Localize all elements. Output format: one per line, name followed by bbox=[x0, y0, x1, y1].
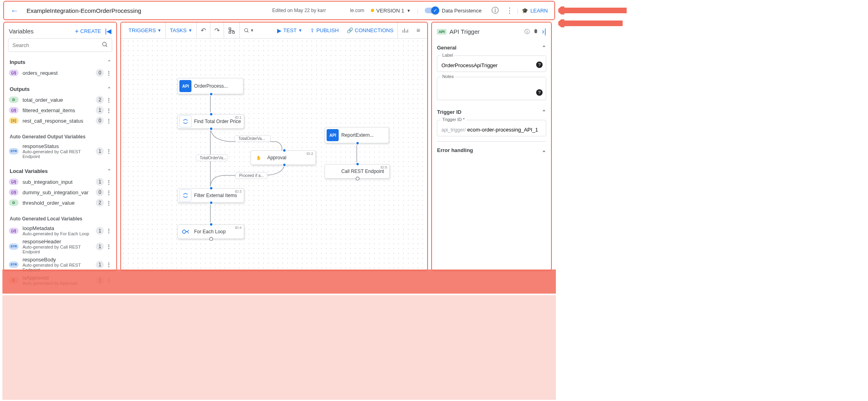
field-help-icon[interactable]: ? bbox=[536, 89, 543, 96]
label-input[interactable] bbox=[441, 62, 534, 68]
version-selector[interactable]: VERSION 1 ▼ bbox=[371, 8, 411, 14]
node-id: ID:2 bbox=[306, 152, 313, 156]
node-approval[interactable]: ✋ Approval ID:2 bbox=[251, 150, 316, 165]
triggerid-prefix: api_trigger/ bbox=[441, 127, 465, 133]
variables-title: Variables bbox=[9, 28, 33, 35]
variable-row[interactable]: STRresponseHeaderAuto-generated by Call … bbox=[7, 237, 113, 255]
row-overflow-icon[interactable]: ⋮ bbox=[106, 261, 111, 267]
node-filter-items[interactable]: Filter External Items ID:3 bbox=[177, 188, 244, 203]
data-persistence-toggle[interactable]: ✓ Data Persistence bbox=[425, 8, 481, 14]
variable-row[interactable]: {J}orders_request0⋮ bbox=[7, 68, 113, 78]
collapse-panel-icon[interactable]: ▶| bbox=[105, 27, 111, 35]
api-icon: API bbox=[327, 129, 339, 141]
triggerid-section[interactable]: Trigger ID⌃ bbox=[437, 105, 546, 115]
node-rest[interactable]: REST Call REST Endpoint ID:5 bbox=[325, 164, 390, 179]
learn-button[interactable]: 🎓 LEARN bbox=[522, 8, 548, 14]
variable-name: filtered_external_items bbox=[23, 107, 96, 113]
analytics-icon[interactable] bbox=[398, 23, 412, 39]
publish-button[interactable]: ⇪PUBLISH bbox=[306, 23, 343, 39]
field-help-icon[interactable]: ? bbox=[536, 62, 543, 68]
data-persistence-label: Data Persistence bbox=[442, 8, 481, 14]
row-overflow-icon[interactable]: ⋮ bbox=[106, 243, 111, 249]
usage-count: 1 bbox=[96, 178, 104, 186]
variable-name: responseHeader bbox=[23, 239, 96, 245]
edge-label-2[interactable]: TotalOrderVa... bbox=[196, 154, 228, 161]
variable-row[interactable]: {J}loopMetadataAuto-generated by For Eac… bbox=[7, 224, 113, 237]
variable-row[interactable]: Dtotal_order_value2⋮ bbox=[7, 95, 113, 105]
outputs-section-head[interactable]: Outputs⌃ bbox=[4, 82, 116, 95]
auto-local-subhead: Auto Generated Local Variables bbox=[4, 212, 116, 224]
row-overflow-icon[interactable]: ⋮ bbox=[106, 118, 111, 124]
variable-row[interactable]: {J}filtered_external_items1⋮ bbox=[7, 105, 113, 115]
search-input[interactable] bbox=[8, 38, 112, 52]
field-label: Notes bbox=[440, 74, 455, 79]
node-report-extern[interactable]: API ReportExtern... bbox=[325, 127, 389, 143]
triggerid-field[interactable]: Trigger ID * api_trigger/ bbox=[437, 120, 546, 136]
help-icon[interactable]: ⓘ bbox=[525, 28, 530, 35]
node-label: Approval bbox=[266, 155, 290, 160]
undo-icon[interactable]: ↶ bbox=[197, 23, 210, 39]
row-overflow-icon[interactable]: ⋮ bbox=[106, 70, 111, 76]
node-find-total[interactable]: Find Total Order Price ID:1 bbox=[177, 114, 244, 129]
delete-icon[interactable] bbox=[533, 28, 539, 35]
row-overflow-icon[interactable]: ⋮ bbox=[106, 189, 111, 195]
row-overflow-icon[interactable]: ⋮ bbox=[106, 179, 111, 185]
info-icon[interactable]: ⓘ bbox=[488, 6, 502, 15]
row-overflow-icon[interactable]: ⋮ bbox=[106, 148, 111, 154]
learn-icon: 🎓 bbox=[522, 8, 528, 14]
triggerid-section-label: Trigger ID bbox=[437, 109, 461, 115]
close-panel-icon[interactable]: ›| bbox=[542, 27, 546, 36]
error-section[interactable]: Error handling⌄ bbox=[437, 141, 546, 153]
local-section-head[interactable]: Local Variables⌃ bbox=[4, 164, 116, 177]
usage-count: 0 bbox=[96, 117, 104, 125]
triggerid-input[interactable] bbox=[467, 127, 542, 133]
integration-title: ExampleIntegration-EcomOrderProcessing bbox=[27, 7, 272, 14]
row-overflow-icon[interactable]: ⋮ bbox=[106, 228, 111, 234]
edge-label-3[interactable]: Proceed if a... bbox=[235, 172, 267, 179]
general-label: General bbox=[437, 45, 456, 51]
zoom-menu[interactable]: ▼ bbox=[240, 23, 258, 39]
inputs-label: Inputs bbox=[10, 59, 25, 65]
node-api-trigger[interactable]: API OrderProcess... bbox=[177, 78, 243, 94]
variable-row[interactable]: {J}sub_integration_input1⋮ bbox=[7, 177, 113, 187]
edge-label-1[interactable]: TotalOrderVa... bbox=[234, 135, 271, 142]
create-variable-button[interactable]: +CREATE bbox=[75, 28, 101, 35]
variable-row[interactable]: Dthreshold_order_value2⋮ bbox=[7, 197, 113, 208]
usage-count: 1 bbox=[96, 106, 104, 114]
variable-name: responseStatus bbox=[23, 143, 96, 149]
usage-count: 2 bbox=[96, 199, 104, 207]
variable-name: dummy_sub_integration_var bbox=[23, 189, 96, 195]
local-label: Local Variables bbox=[10, 168, 48, 174]
notes-input[interactable] bbox=[441, 84, 534, 96]
canvas-panel: TRIGGERS▼ TASKS▼ ↶ ↷ ▼ ▶TEST▼ ⇪PUBLISH 🔗… bbox=[120, 22, 428, 271]
variable-row[interactable]: STRresponseStatusAuto-generated by Call … bbox=[7, 142, 113, 160]
type-badge: D bbox=[9, 97, 19, 103]
search-icon bbox=[102, 41, 108, 49]
row-overflow-icon[interactable]: ⋮ bbox=[106, 97, 111, 103]
label-field[interactable]: Label ? bbox=[437, 56, 546, 72]
row-overflow-icon[interactable]: ⋮ bbox=[106, 200, 111, 206]
tasks-menu[interactable]: TASKS▼ bbox=[166, 23, 197, 39]
overflow-menu-icon[interactable]: ⋮ bbox=[502, 6, 517, 15]
triggers-menu[interactable]: TRIGGERS▼ bbox=[124, 23, 166, 39]
notes-field[interactable]: Notes ? bbox=[437, 77, 546, 100]
variable-row[interactable]: [S]rest_call_response_status0⋮ bbox=[7, 115, 113, 126]
redo-icon[interactable]: ↷ bbox=[210, 23, 224, 39]
layout-icon[interactable] bbox=[224, 23, 240, 39]
domain-text: le.com bbox=[350, 8, 364, 13]
row-overflow-icon[interactable]: ⋮ bbox=[106, 107, 111, 113]
variables-search[interactable] bbox=[8, 38, 112, 52]
node-foreach[interactable]: For Each Loop ID:4 bbox=[177, 224, 244, 239]
variable-row[interactable]: {J}dummy_sub_integration_var0⋮ bbox=[7, 187, 113, 197]
canvas[interactable]: API OrderProcess... Find Total Order Pri… bbox=[121, 39, 427, 270]
variable-subtext: Auto-generated by For Each Loop bbox=[23, 231, 96, 236]
general-section[interactable]: General⌃ bbox=[437, 41, 546, 51]
logs-icon[interactable]: ≡ bbox=[412, 23, 424, 39]
test-button[interactable]: ▶TEST▼ bbox=[273, 23, 306, 39]
svg-line-6 bbox=[247, 31, 249, 32]
svg-point-0 bbox=[103, 42, 106, 46]
back-arrow-icon[interactable]: ← bbox=[10, 6, 19, 15]
svg-rect-3 bbox=[232, 31, 234, 33]
inputs-section-head[interactable]: Inputs⌃ bbox=[4, 55, 116, 68]
connections-button[interactable]: 🔗CONNECTIONS bbox=[343, 23, 398, 39]
